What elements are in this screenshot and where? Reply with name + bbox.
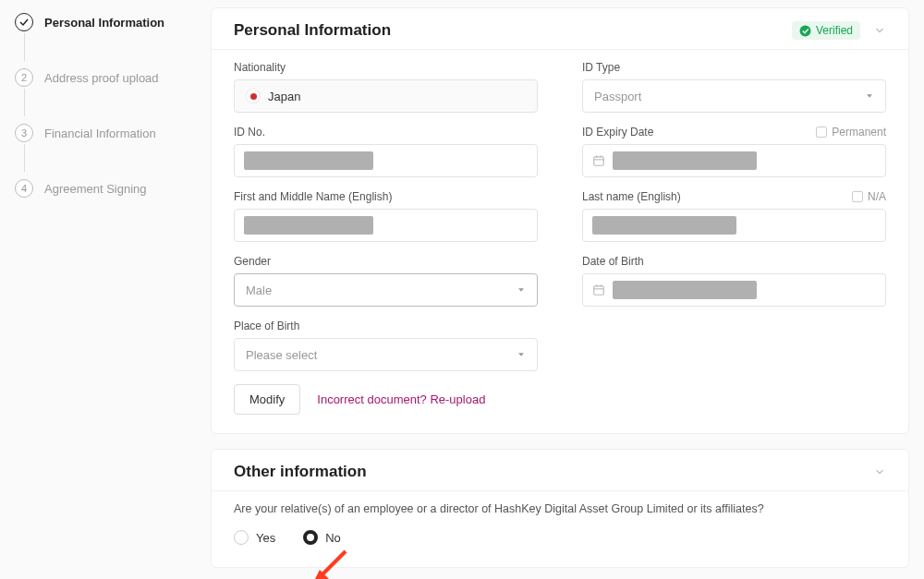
reupload-link[interactable]: Incorrect document? Re-upload [317,392,485,406]
step-label: Financial Information [44,127,156,140]
svg-point-0 [800,25,811,36]
verified-badge: Verified [792,21,860,40]
check-circle-icon [15,13,33,31]
radio-icon [234,530,249,545]
step-number-icon: 3 [15,124,33,142]
label-id-no: ID No. [234,126,538,139]
checkbox-icon [852,191,863,202]
step-label: Agreement Signing [44,182,147,196]
caret-down-icon [865,91,874,101]
gender-value: Male [246,283,272,297]
radio-no-label: No [325,531,341,545]
label-dob: Date of Birth [582,255,886,268]
radio-yes-label: Yes [256,531,275,545]
panel-header: Personal Information Verified [212,8,908,50]
svg-marker-1 [867,94,872,97]
last-name-input[interactable] [582,209,886,242]
svg-marker-11 [518,353,524,356]
label-id-expiry: ID Expiry Date [582,126,653,139]
permanent-label: Permanent [832,126,886,139]
step-connector [24,144,25,172]
step-label: Personal Information [44,16,164,30]
step-personal-information[interactable]: Personal Information [15,7,196,37]
check-circle-icon [799,25,811,37]
panel-header: Other information [212,450,908,491]
chevron-down-icon[interactable] [873,24,886,37]
step-number-icon: 4 [15,179,33,198]
stepper-sidebar: Personal Information 2 Address proof upl… [15,7,196,579]
step-agreement-signing[interactable]: 4 Agreement Signing [15,174,196,203]
panel-other-information: Other information Are your relative(s) o… [211,449,909,568]
permanent-checkbox[interactable]: Permanent [816,126,886,139]
label-pob: Place of Birth [234,320,538,332]
step-financial-information[interactable]: 3 Financial Information [15,118,196,148]
label-last-name: Last name (English) [582,190,681,203]
caret-down-icon [517,285,526,295]
calendar-icon [592,283,605,296]
label-gender: Gender [234,255,538,268]
radio-icon [303,530,318,545]
label-first-name: First and Middle Name (English) [234,190,538,203]
svg-marker-6 [518,288,524,291]
na-checkbox[interactable]: N/A [852,190,886,203]
label-nationality: Nationality [234,61,538,74]
nationality-value: Japan [268,90,300,103]
step-label: Address proof upload [44,71,159,85]
id-type-value: Passport [594,90,641,103]
first-name-input[interactable] [234,209,538,242]
step-number-icon: 2 [15,68,33,87]
checkbox-icon [816,127,827,138]
calendar-icon [592,154,605,167]
na-label: N/A [868,190,886,203]
step-connector [24,33,25,61]
label-id-type: ID Type [582,61,886,74]
id-no-input[interactable] [234,144,538,177]
id-expiry-input[interactable] [582,144,886,177]
verified-label: Verified [816,24,853,37]
chevron-down-icon[interactable] [873,465,886,478]
radio-no[interactable]: No [303,530,341,545]
dob-input[interactable] [582,273,886,307]
id-type-select[interactable]: Passport [582,79,886,113]
panel-title: Other information [234,463,367,481]
nationality-input[interactable]: Japan [234,79,538,113]
svg-rect-7 [594,286,604,295]
question-relatives: Are your relative(s) of an employee or a… [234,502,886,515]
place-of-birth-select[interactable]: Please select [234,338,538,371]
step-connector [24,89,25,116]
panel-personal-information: Personal Information Verified Nationalit… [211,7,909,434]
gender-select[interactable]: Male [234,273,538,307]
step-address-proof[interactable]: 2 Address proof upload [15,63,196,92]
flag-japan-icon [246,89,261,103]
modify-button[interactable]: Modify [234,384,300,415]
panel-title: Personal Information [234,21,391,40]
radio-yes[interactable]: Yes [234,530,275,545]
svg-rect-2 [594,157,604,165]
pob-placeholder: Please select [246,348,317,362]
svg-marker-13 [312,570,329,579]
caret-down-icon [517,350,526,359]
